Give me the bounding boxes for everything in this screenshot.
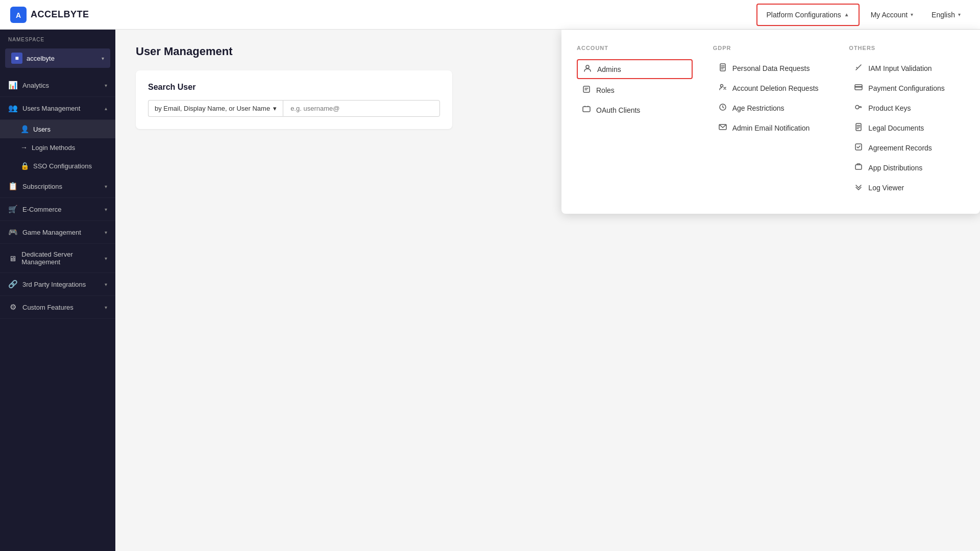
third-party-chevron: ▾ xyxy=(105,282,107,287)
sidebar-item-third-party[interactable]: 🔗 3rd Party Integrations ▾ xyxy=(0,273,115,296)
admins-label: Admins xyxy=(597,65,621,73)
dropdown-item-log-viewer[interactable]: Log Viewer xyxy=(849,179,965,196)
sidebar-item-login-methods[interactable]: → Login Methods xyxy=(0,138,115,157)
custom-features-chevron: ▾ xyxy=(105,305,107,310)
dropdown-item-roles[interactable]: Roles xyxy=(577,81,693,99)
language-button[interactable]: English ▾ xyxy=(922,0,970,30)
platform-configurations-chevron: ▲ xyxy=(844,12,849,17)
svg-rect-4 xyxy=(583,107,590,112)
iam-validation-label: IAM Input Validation xyxy=(868,64,932,72)
iam-validation-icon xyxy=(854,63,863,73)
sidebar-item-analytics[interactable]: 📊 Analytics ▾ xyxy=(0,74,115,97)
sidebar-dedicated-section: 🖥 Dedicated Server Management ▾ xyxy=(0,244,115,273)
others-header: OTHERS xyxy=(849,45,965,51)
dropdown-item-admin-email[interactable]: Admin Email Notification xyxy=(713,119,829,137)
svg-rect-3 xyxy=(583,86,590,92)
svg-point-2 xyxy=(586,65,589,68)
game-management-icon: 🎮 xyxy=(8,228,17,237)
search-input[interactable] xyxy=(283,100,440,117)
topnav-right: Platform Configurations ▲ My Account ▾ E… xyxy=(754,0,970,30)
dropdown-item-app-distributions[interactable]: App Distributions xyxy=(849,159,965,177)
agreement-records-label: Agreement Records xyxy=(868,144,932,152)
personal-data-icon xyxy=(718,63,727,73)
analytics-icon: 📊 xyxy=(8,81,17,90)
account-header: ACCOUNT xyxy=(577,45,693,51)
dropdown-item-admins[interactable]: Admins xyxy=(577,59,693,79)
sidebar-item-users-management[interactable]: 👥 Users Management ▴ xyxy=(0,97,115,120)
my-account-button[interactable]: My Account ▾ xyxy=(862,0,922,30)
platform-configurations-button[interactable]: Platform Configurations ▲ xyxy=(756,4,860,26)
namespace-selector[interactable]: ■ accelbyte ▾ xyxy=(5,48,110,68)
namespace-label: NAMESPACE xyxy=(0,30,115,46)
sidebar-analytics-section: 📊 Analytics ▾ xyxy=(0,74,115,97)
admin-email-icon xyxy=(718,123,727,133)
ecommerce-chevron: ▾ xyxy=(105,207,107,212)
topnav: A ACCELBYTE Platform Configurations ▲ My… xyxy=(0,0,980,30)
search-section-title: Search User xyxy=(148,83,440,92)
dropdown-item-agreement-records[interactable]: Agreement Records xyxy=(849,139,965,157)
dropdown-others-col: OTHERS IAM Input Validation Payment Conf… xyxy=(849,45,965,198)
search-select-label: by Email, Display Name, or User Name xyxy=(155,105,270,112)
dropdown-item-age-restrictions[interactable]: Age Restrictions xyxy=(713,99,829,117)
third-party-icon: 🔗 xyxy=(8,280,17,289)
users-icon: 👤 xyxy=(20,125,29,133)
oauth-clients-label: OAuth Clients xyxy=(596,106,640,114)
sidebar-users-section: 👥 Users Management ▴ 👤 Users → Login Met… xyxy=(0,97,115,175)
svg-rect-9 xyxy=(855,86,862,88)
dropdown-item-personal-data[interactable]: Personal Data Requests xyxy=(713,59,829,77)
svg-point-6 xyxy=(720,85,723,87)
sidebar-item-ecommerce[interactable]: 🛒 E-Commerce ▾ xyxy=(0,198,115,221)
payment-configurations-icon xyxy=(854,83,863,93)
dropdown-item-payment-configurations[interactable]: Payment Configurations xyxy=(849,79,965,97)
legal-documents-icon xyxy=(854,123,863,133)
namespace-name: accelbyte xyxy=(27,55,97,62)
sidebar-subscriptions-section: 📋 Subscriptions ▾ xyxy=(0,175,115,198)
accelbyte-logo-icon: A xyxy=(10,7,27,23)
dropdown-item-legal-documents[interactable]: Legal Documents xyxy=(849,119,965,137)
sidebar-item-users[interactable]: 👤 Users xyxy=(0,120,115,138)
dedicated-server-chevron: ▾ xyxy=(105,256,107,261)
log-viewer-icon xyxy=(854,183,863,192)
account-deletion-icon xyxy=(718,83,727,93)
search-panel: Search User by Email, Display Name, or U… xyxy=(136,70,452,129)
dropdown-item-product-keys[interactable]: Product Keys xyxy=(849,99,965,117)
logo: A ACCELBYTE xyxy=(10,7,754,23)
namespace-icon: ■ xyxy=(11,53,22,64)
sidebar-third-party-section: 🔗 3rd Party Integrations ▾ xyxy=(0,273,115,296)
subscriptions-chevron: ▾ xyxy=(105,184,107,189)
login-methods-icon: → xyxy=(20,143,28,152)
sidebar-game-section: 🎮 Game Management ▾ xyxy=(0,221,115,244)
sidebar-ecommerce-section: 🛒 E-Commerce ▾ xyxy=(0,198,115,221)
dedicated-server-icon: 🖥 xyxy=(8,254,16,263)
dropdown-item-iam-validation[interactable]: IAM Input Validation xyxy=(849,59,965,77)
app-distributions-icon xyxy=(854,163,863,172)
dropdown-item-account-deletion[interactable]: Account Deletion Requests xyxy=(713,79,829,97)
admin-email-label: Admin Email Notification xyxy=(732,124,810,132)
sidebar-item-sso-configurations[interactable]: 🔒 SSO Configurations xyxy=(0,157,115,175)
personal-data-label: Personal Data Requests xyxy=(732,64,810,72)
dropdown-account-col: ACCOUNT Admins Roles OAuth Clients xyxy=(577,45,693,198)
language-chevron: ▾ xyxy=(958,12,961,17)
users-management-icon: 👥 xyxy=(8,104,17,113)
product-keys-icon xyxy=(854,103,863,113)
admins-icon xyxy=(583,64,592,74)
search-row: by Email, Display Name, or User Name ▾ xyxy=(148,100,440,117)
payment-configurations-label: Payment Configurations xyxy=(868,84,944,92)
platform-configurations-dropdown: ACCOUNT Admins Roles OAuth Clients GDPR xyxy=(561,30,980,214)
gdpr-header: GDPR xyxy=(713,45,829,51)
sso-icon: 🔒 xyxy=(20,162,29,170)
dropdown-item-oauth-clients[interactable]: OAuth Clients xyxy=(577,101,693,119)
account-deletion-label: Account Deletion Requests xyxy=(732,84,819,92)
sidebar-item-dedicated-server[interactable]: 🖥 Dedicated Server Management ▾ xyxy=(0,244,115,273)
sidebar-item-game-management[interactable]: 🎮 Game Management ▾ xyxy=(0,221,115,244)
legal-documents-label: Legal Documents xyxy=(868,124,924,132)
logo-text: ACCELBYTE xyxy=(31,9,89,20)
custom-features-icon: ⚙ xyxy=(8,303,17,312)
my-account-chevron: ▾ xyxy=(911,12,913,17)
dropdown-gdpr-col: GDPR Personal Data Requests Account Dele… xyxy=(713,45,829,198)
sidebar-item-custom-features[interactable]: ⚙ Custom Features ▾ xyxy=(0,296,115,319)
analytics-chevron: ▾ xyxy=(105,83,107,88)
sidebar-item-subscriptions[interactable]: 📋 Subscriptions ▾ xyxy=(0,175,115,198)
search-filter-select[interactable]: by Email, Display Name, or User Name ▾ xyxy=(148,100,283,117)
ecommerce-icon: 🛒 xyxy=(8,205,17,214)
